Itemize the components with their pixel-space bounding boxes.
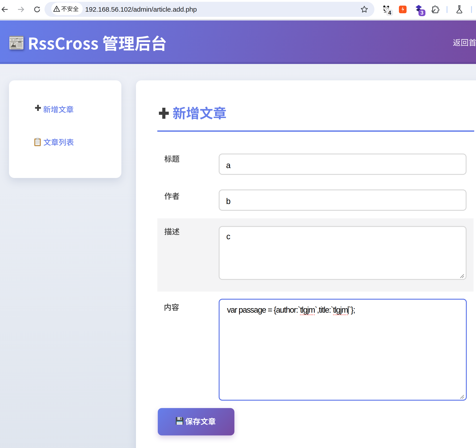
- svg-text:THE APPLE TIMES: THE APPLE TIMES: [10, 39, 23, 41]
